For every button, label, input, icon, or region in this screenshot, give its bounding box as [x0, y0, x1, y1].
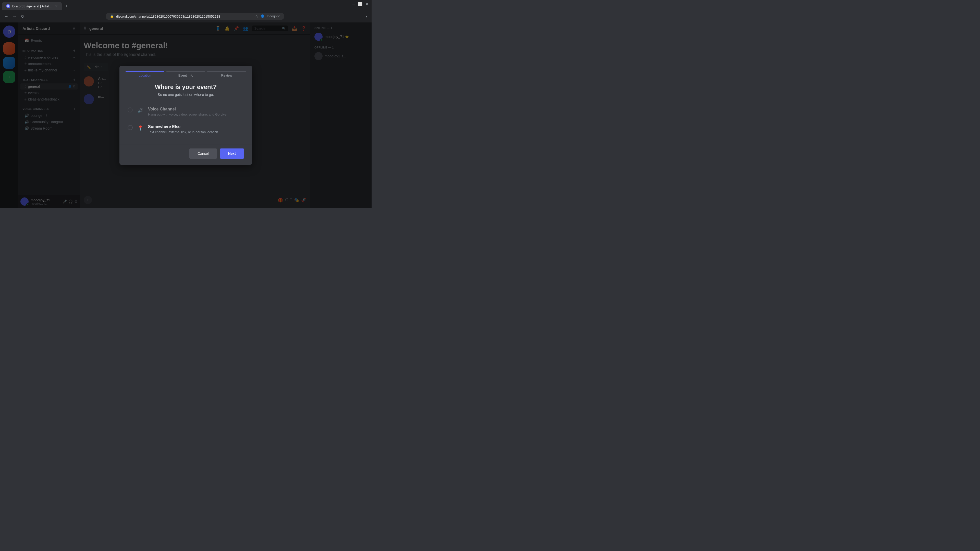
- url-text: discord.com/channels/1182362010067935253…: [116, 14, 220, 18]
- modal-dialog: Location Event Info Review Where is your…: [119, 66, 252, 165]
- address-bar-row: ← → ↻ 🔒 discord.com/channels/11823620100…: [0, 10, 372, 22]
- new-tab-button[interactable]: +: [63, 3, 70, 10]
- window-maximize[interactable]: ⬜: [358, 2, 363, 6]
- nav-back[interactable]: ←: [3, 14, 9, 19]
- browser-chrome: D Discord | #general | Artists Disc... ✕…: [0, 0, 372, 22]
- tab-title: Discord | #general | Artists Disc...: [12, 4, 53, 8]
- lock-icon: 🔒: [110, 14, 114, 18]
- step-label-event-info: Event Info: [178, 73, 193, 77]
- modal-subtitle: So no one gets lost on where to go.: [127, 93, 244, 97]
- radio-voice: [127, 107, 133, 113]
- step-label-location: Location: [138, 73, 151, 77]
- voice-option-desc: Hang out with voice, video, screenshare,…: [148, 113, 228, 116]
- modal-body: Where is your event? So no one gets lost…: [119, 77, 252, 144]
- modal-overlay: Location Event Info Review Where is your…: [0, 22, 372, 208]
- voice-option-title: Voice Channel: [148, 107, 228, 111]
- window-controls: ─ ⬜ ✕: [352, 2, 369, 6]
- step-location: Location: [126, 71, 164, 77]
- somewhere-else-option-text: Somewhere Else Text channel, external li…: [148, 124, 219, 134]
- nav-forward[interactable]: →: [11, 14, 18, 19]
- tab-bar: D Discord | #general | Artists Disc... ✕…: [0, 0, 372, 10]
- modal-footer: Cancel Next: [119, 144, 252, 165]
- nav-reload[interactable]: ↻: [19, 14, 25, 19]
- option-somewhere-else[interactable]: 📍 Somewhere Else Text channel, external …: [127, 121, 244, 138]
- address-bar[interactable]: 🔒 discord.com/channels/11823620100679352…: [106, 13, 284, 20]
- window-close[interactable]: ✕: [366, 2, 369, 6]
- bookmark-icon[interactable]: ☆: [255, 14, 258, 18]
- somewhere-else-desc: Text channel, external link, or in-perso…: [148, 130, 219, 134]
- active-tab[interactable]: D Discord | #general | Artists Disc... ✕: [2, 2, 62, 10]
- step-bar-event-info: [166, 71, 205, 72]
- next-button[interactable]: Next: [220, 148, 244, 159]
- step-review: Review: [207, 71, 246, 77]
- somewhere-else-option-icon: 📍: [137, 124, 144, 132]
- modal-title: Where is your event?: [127, 83, 244, 91]
- radio-somewhere-else: [127, 125, 133, 130]
- modal-steps: Location Event Info Review: [119, 66, 252, 77]
- extensions-icon[interactable]: ⋮: [364, 14, 369, 19]
- profile-icon[interactable]: 👤: [260, 14, 265, 18]
- voice-option-icon: 🔊: [137, 107, 144, 114]
- step-label-review: Review: [221, 73, 232, 77]
- step-bar-review: [207, 71, 246, 72]
- discord-app: D + Artists Discord ∨ 📅 Events: [0, 22, 372, 208]
- cancel-button[interactable]: Cancel: [189, 148, 217, 159]
- window-minimize[interactable]: ─: [352, 2, 355, 6]
- step-event-info: Event Info: [166, 71, 205, 77]
- voice-option-text: Voice Channel Hang out with voice, video…: [148, 107, 228, 116]
- tab-favicon: D: [6, 4, 10, 8]
- step-bar-location: [126, 71, 164, 72]
- tab-close-icon[interactable]: ✕: [55, 4, 58, 8]
- option-voice-channel[interactable]: 🔊 Voice Channel Hang out with voice, vid…: [127, 103, 244, 121]
- somewhere-else-title: Somewhere Else: [148, 124, 219, 129]
- incognito-label: Incognito: [267, 14, 280, 18]
